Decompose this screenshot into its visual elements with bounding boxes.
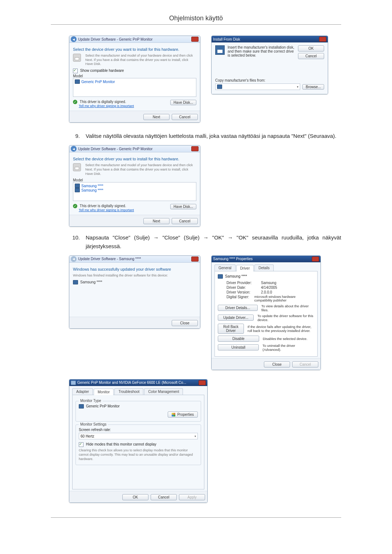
model-list[interactable]: Generic PnP Monitor: [73, 78, 196, 97]
copy-from-path-dropdown[interactable]: ▾: [215, 83, 300, 90]
signed-text: This driver is digitally signed.: [80, 100, 126, 104]
tab-details[interactable]: Details: [254, 264, 274, 271]
tab-troubleshoot[interactable]: Troubleshoot: [114, 388, 143, 395]
model-item[interactable]: Samsung ****: [75, 184, 195, 188]
floppy-icon: [215, 45, 225, 55]
disk-message: Insert the manufacturer's installation d…: [228, 45, 295, 59]
device-name: Samsung ****: [80, 280, 102, 284]
value: 4/14/2005: [261, 286, 277, 290]
model-label: Model: [73, 178, 196, 182]
dialog-title: Generic PnP Monitor and NVIDIA GeForce 6…: [77, 381, 186, 385]
label: Driver Provider:: [226, 281, 261, 285]
hide-modes-checkbox[interactable]: [79, 442, 83, 447]
value: Samsung: [261, 281, 276, 285]
step-9: 9. Valitse näytöllä olevasta näyttöjen l…: [69, 132, 341, 140]
chevron-down-icon: ▾: [195, 435, 196, 438]
next-button[interactable]: Next: [143, 218, 170, 224]
done-line: Windows has finished installing the driv…: [73, 274, 196, 278]
cancel-button[interactable]: Cancel: [172, 218, 198, 224]
back-icon[interactable]: ◄: [71, 146, 77, 152]
driver-details-button[interactable]: Driver Details...: [218, 305, 258, 311]
apply-button: Apply: [179, 494, 205, 500]
have-disk-button[interactable]: Have Disk...: [170, 204, 196, 209]
dialog-title: Samsung **** Properties: [213, 257, 253, 261]
dialog-install-from-disk: Install From Disk Insert the manufacture…: [211, 36, 328, 94]
hide-modes-label: Hide modes that this monitor cannot disp…: [86, 442, 156, 446]
copy-from-label: Copy manufacturer's files from:: [215, 78, 324, 82]
description: If the device fails after updating the d…: [248, 325, 314, 333]
properties-button[interactable]: Properties: [168, 411, 198, 418]
close-button[interactable]: Close: [172, 320, 198, 326]
page-title: Ohjelmiston käyttö: [51, 15, 341, 22]
disable-button[interactable]: Disable: [218, 336, 259, 342]
tab-adapter[interactable]: Adapter: [72, 388, 93, 395]
next-button[interactable]: Next: [143, 114, 170, 120]
device-name: Samsung ****: [225, 274, 247, 278]
have-disk-button[interactable]: Have Disk...: [170, 100, 196, 105]
driver-disk-icon: [73, 163, 81, 171]
hint-text: Select the manufacturer and model of you…: [85, 163, 196, 176]
signing-info-link[interactable]: Tell me why driver signing is important: [79, 104, 134, 108]
cancel-button[interactable]: Cancel: [172, 114, 198, 120]
monitor-icon: [75, 184, 80, 188]
drive-icon: [217, 85, 222, 89]
tab-monitor[interactable]: Monitor: [94, 389, 114, 395]
label: Digital Signer:: [226, 295, 254, 302]
update-driver-button[interactable]: Update Driver...: [218, 315, 254, 321]
back-icon[interactable]: ◄: [71, 36, 77, 42]
tab-driver[interactable]: Driver: [236, 265, 254, 271]
value: 2.0.0.0: [261, 290, 272, 294]
monitor-type-name: Generic PnP Monitor: [86, 404, 120, 408]
close-button[interactable]: Close: [264, 361, 290, 368]
breadcrumb: Update Driver Software - Generic PnP Mon…: [78, 37, 152, 41]
close-icon[interactable]: [191, 257, 199, 262]
monitor-icon: [218, 274, 223, 279]
model-item[interactable]: Generic PnP Monitor: [75, 79, 195, 84]
close-icon[interactable]: [312, 257, 319, 262]
close-icon[interactable]: [191, 37, 199, 42]
cancel-button[interactable]: Cancel: [298, 53, 324, 59]
dialog-title: Install From Disk: [213, 37, 240, 41]
refresh-rate-value: 60 Hertz: [81, 434, 94, 438]
ok-button[interactable]: OK: [122, 494, 148, 500]
ok-button[interactable]: OK: [298, 45, 324, 52]
refresh-rate-dropdown[interactable]: 60 Hertz ▾: [79, 433, 198, 439]
show-compatible-label: Show compatible hardware: [80, 69, 124, 73]
description: To uninstall the driver (Advanced).: [262, 344, 314, 352]
monitor-icon: [75, 79, 80, 84]
group-monitor-settings: Monitor Settings: [79, 422, 108, 426]
refresh-rate-label: Screen refresh rate:: [79, 428, 198, 432]
driver-disk-icon: [73, 54, 81, 62]
cancel-button[interactable]: Cancel: [151, 494, 177, 500]
uninstall-button[interactable]: Uninstall: [218, 344, 259, 350]
heading: Windows has successfully updated your dr…: [73, 267, 196, 271]
breadcrumb: Update Driver Software - Samsung ****: [78, 257, 141, 261]
tab-color-management[interactable]: Color Management: [144, 388, 183, 395]
close-icon[interactable]: [191, 146, 199, 151]
step-text: Napsauta "Close" (Sulje) → "Close" (Sulj…: [86, 233, 341, 250]
breadcrumb: Update Driver Software - Generic PnP Mon…: [78, 147, 152, 151]
model-list[interactable]: Samsung **** Samsung ****: [73, 182, 196, 201]
label: Driver Date:: [226, 286, 261, 290]
model-item[interactable]: Samsung ****: [75, 188, 195, 192]
label: Driver Version:: [226, 290, 261, 294]
browse-button[interactable]: Browse...: [302, 84, 324, 90]
shield-icon: [172, 413, 175, 416]
hide-modes-description: Clearing this check box allows you to se…: [79, 448, 198, 461]
description: Disables the selected device.: [263, 337, 307, 341]
rollback-driver-button[interactable]: Roll Back Driver: [218, 324, 244, 334]
group-monitor-type: Monitor Type: [79, 399, 103, 403]
divider-top: [51, 24, 341, 25]
chevron-down-icon: ▾: [297, 85, 298, 89]
signing-info-link[interactable]: Tell me why driver signing is important: [79, 208, 134, 212]
heading: Select the device driver you want to ins…: [73, 157, 196, 161]
monitor-icon: [73, 280, 78, 284]
tab-general[interactable]: General: [215, 264, 236, 271]
hint-text: Select the manufacturer and model of you…: [85, 54, 196, 66]
shield-icon: ✓: [73, 204, 77, 208]
close-icon[interactable]: [319, 37, 326, 42]
show-compatible-checkbox[interactable]: [73, 69, 78, 73]
close-icon[interactable]: [199, 380, 206, 385]
dialog-update-done: ◄ Update Driver Software - Samsung **** …: [69, 255, 200, 329]
step-number: 9.: [69, 132, 80, 140]
